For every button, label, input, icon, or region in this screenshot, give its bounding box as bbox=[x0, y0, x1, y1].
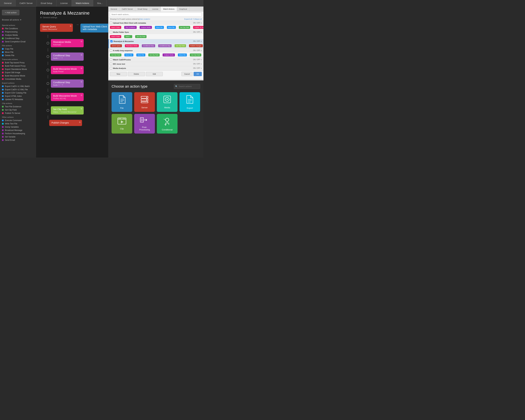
sidebar-item-move-file[interactable]: Move File bbox=[0, 51, 36, 54]
wp-section-mediasync-checkbox[interactable] bbox=[110, 31, 112, 33]
section-transcode: Transcode actions bbox=[0, 57, 36, 61]
gear-icon: ⚙ bbox=[81, 108, 82, 110]
choose-action-panel: Choose an action type 🔍 File bbox=[108, 80, 203, 158]
action-type-post[interactable]: Post-Processing bbox=[134, 114, 155, 133]
set-clip-node[interactable]: ⚙ Set Clip Field Status = 'Created Mezza… bbox=[51, 106, 84, 114]
sidebar-item-export-v1[interactable]: Export CatDV v1 XML Batch bbox=[0, 85, 36, 88]
sort-dropdown[interactable]: Date created ▾ bbox=[140, 18, 150, 20]
wp-ls-move3: Move File bbox=[178, 54, 187, 56]
edit-button[interactable]: Edit bbox=[146, 72, 163, 76]
flow-column: ⚙ Reanalyse Media Automatic ⚙ Conditiona… bbox=[40, 35, 108, 127]
wp-section-mediasync-header[interactable]: Media Folder Sync ON / OFF ∧ bbox=[108, 30, 203, 34]
build-mezz-1-node[interactable]: ⚙ Build Mezzanine Movie Audio Preset bbox=[51, 66, 84, 74]
action-type-conditional[interactable]: Conditional bbox=[157, 114, 178, 133]
tab-catdv[interactable]: CatDV Server bbox=[16, 0, 37, 6]
sidebar-item-export-v2[interactable]: Export CatDV v2 XML File bbox=[0, 88, 36, 91]
sidebar-item-write-text[interactable]: Write Text File bbox=[0, 122, 36, 125]
wp-tab-catdv[interactable]: CatDV Server bbox=[119, 7, 135, 11]
wp-section-reanalyze-checkbox[interactable] bbox=[110, 40, 112, 42]
svg-point-6 bbox=[146, 99, 147, 100]
wp-section-catdv-header[interactable]: Watch CatDVProxies ON / OFF ∨ bbox=[108, 58, 203, 62]
sidebar-item-export-html[interactable]: Export HTML Index bbox=[0, 94, 36, 98]
wp-tab-general[interactable]: General bbox=[108, 7, 119, 11]
sidebar-item-analyse-media[interactable]: Analyse Media bbox=[0, 33, 36, 37]
wp-ls-move2: Move File bbox=[136, 54, 145, 56]
wp-section-upload-header[interactable]: Upload from Web Client with metadata ON … bbox=[108, 21, 203, 25]
sidebar-item-conditional-step[interactable]: Conditional Step bbox=[0, 37, 36, 40]
upload-node[interactable]: Upload from Web Client with metadata bbox=[80, 24, 112, 32]
publish-changes-node[interactable]: ⚙ Publish Changes bbox=[49, 120, 82, 126]
wp-node-publish: Publish To Server bbox=[193, 26, 203, 29]
wp-section-mediaanalysis-header[interactable]: Media Analysis ON / OFF ∨ bbox=[108, 66, 203, 70]
ok-button[interactable]: OK bbox=[194, 72, 202, 76]
action-type-media[interactable]: Media bbox=[157, 92, 178, 112]
watch-search-input[interactable] bbox=[110, 12, 202, 16]
sidebar-item-export-standalone[interactable]: Export Standalone Movie bbox=[0, 68, 36, 71]
action-type-clip[interactable]: Clip bbox=[112, 114, 132, 133]
sidebar-item-build-tap[interactable]: Build Tap-based Proxy bbox=[0, 61, 36, 64]
sidebar-item-execute-cmd[interactable]: Execute Command bbox=[0, 119, 36, 122]
tab-watch-actions[interactable]: Watch Actions bbox=[72, 0, 93, 6]
tab-general[interactable]: General bbox=[0, 0, 16, 6]
sidebar-item-export-cdv[interactable]: Export CDV Catalog File bbox=[0, 91, 36, 94]
tab-license[interactable]: License bbox=[56, 0, 72, 6]
wp-section-longseq-header[interactable]: A really long sequence ON / OFF ∧ bbox=[108, 48, 203, 53]
connector-line-2 bbox=[48, 48, 48, 52]
wp-section-catdv-checkbox[interactable] bbox=[110, 59, 112, 61]
action-type-grid: File Server bbox=[112, 92, 200, 133]
sidebar-item-consolidate[interactable]: Consolidate Media bbox=[0, 77, 36, 81]
sidebar-item-housekeeping[interactable]: Perform Housekeeping bbox=[0, 132, 36, 135]
add-action-button[interactable]: + Add action bbox=[2, 10, 19, 15]
wp-section-catdv: Watch CatDVProxies ON / OFF ∨ bbox=[108, 58, 203, 62]
server-query-node[interactable]: ⚙ Server Query Status 'Mezzanine' bbox=[40, 24, 73, 32]
sidebar-item-copy-file[interactable]: Copy File bbox=[0, 47, 36, 51]
conditional-2-node[interactable]: ⚙ Conditional Step Audio != '.' ? bbox=[51, 79, 84, 88]
wp-ls-set2: Set Clip Field bbox=[148, 54, 160, 56]
wp-section-idc-header[interactable]: IDC move test ON / OFF ∨ bbox=[108, 62, 203, 66]
action-type-export[interactable]: Export bbox=[179, 92, 200, 112]
action-type-file[interactable]: File bbox=[112, 92, 132, 112]
expand-collapse[interactable]: Expand all / Collapse all bbox=[184, 18, 202, 20]
sidebar-item-publish-server[interactable]: Publish To Server bbox=[0, 112, 36, 115]
wp-tab-watch[interactable]: Watch Actions bbox=[161, 7, 177, 11]
wp-section-reanalyze-header[interactable]: Reanalyze & Mezzanine ON / OFF ∧ bbox=[109, 39, 203, 43]
wp-node-analyse: Analyse Media bbox=[140, 26, 152, 29]
wp-ra-cond2: Conditional Step bbox=[158, 44, 172, 47]
choose-header: Choose an action type 🔍 bbox=[112, 84, 200, 89]
sidebar-item-test-file[interactable]: Test File Existence bbox=[0, 105, 36, 108]
browse-all[interactable]: Browse all actions ▾ bbox=[0, 18, 36, 23]
sidebar-item-file-conditions[interactable]: File Conditions bbox=[0, 27, 36, 30]
sidebar-item-preprocessing[interactable]: Preprocessing bbox=[0, 30, 36, 33]
delete-button[interactable]: Delete bbox=[128, 72, 145, 76]
action-type-server[interactable]: Server bbox=[134, 92, 155, 112]
build-mezz-2-node[interactable]: ⚙ Build Mezzanine Movie ProRez 422 HQ bbox=[51, 93, 84, 101]
sidebar-item-broadcast[interactable]: Broadcast Message bbox=[0, 129, 36, 132]
sidebar-item-update-p2[interactable]: Update P2 Metadata bbox=[0, 98, 36, 101]
conditional-1-node[interactable]: ⚙ Conditional Step Audio = '.' ? bbox=[51, 53, 84, 61]
flow-row-setclip: ⚙ Set Clip Field Status = 'Created Mezza… bbox=[47, 105, 108, 115]
reanalyse-node[interactable]: ⚙ Reanalyse Media Automatic bbox=[51, 39, 84, 47]
sidebar-item-build-path[interactable]: Build Path-based Proxy bbox=[0, 64, 36, 68]
choose-search-input[interactable] bbox=[174, 84, 200, 89]
sidebar-item-dump-vars[interactable]: Dump Variables bbox=[0, 125, 36, 129]
sidebar-item-set-clip-field[interactable]: Set Clip Field bbox=[0, 108, 36, 112]
sidebar-item-send-email[interactable]: Send Email bbox=[0, 139, 36, 142]
wp-tab-email[interactable]: Email Setup bbox=[135, 7, 150, 11]
sidebar-item-set-var[interactable]: Set Variable bbox=[0, 135, 36, 139]
sidebar-item-export-still[interactable]: Export Still Image bbox=[0, 71, 36, 74]
wp-tab-graphical[interactable]: Graphical bbox=[177, 7, 189, 11]
wp-section-longseq-checkbox[interactable] bbox=[110, 49, 112, 52]
tab-graphical[interactable]: Gra... bbox=[93, 0, 107, 6]
sidebar-item-build-mezzanine[interactable]: Build Mezzanine Movie bbox=[0, 74, 36, 77]
media-label: Media bbox=[164, 106, 170, 109]
sidebar-item-send-completion-email[interactable]: Send Completion Email bbox=[0, 40, 36, 43]
cancel-button[interactable]: Cancel bbox=[181, 72, 193, 76]
wp-section-mediaanalysis-checkbox[interactable] bbox=[110, 67, 112, 69]
wp-tab-license[interactable]: License bbox=[150, 7, 161, 11]
sidebar-item-delete-file[interactable]: Delete File bbox=[0, 54, 36, 57]
wp-section-idc-checkbox[interactable] bbox=[110, 63, 112, 65]
svg-marker-26 bbox=[146, 119, 147, 121]
tab-email[interactable]: Email Setup bbox=[37, 0, 56, 6]
wp-section-upload-checkbox[interactable] bbox=[110, 22, 112, 24]
new-button[interactable]: New bbox=[110, 72, 127, 76]
